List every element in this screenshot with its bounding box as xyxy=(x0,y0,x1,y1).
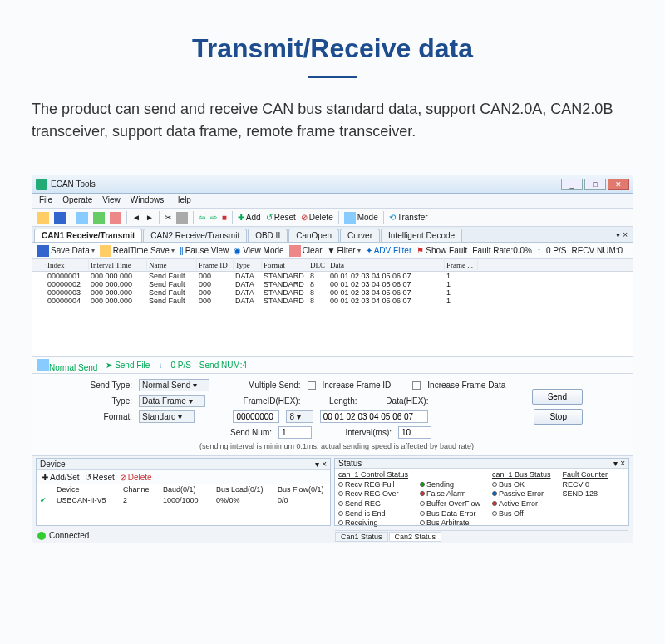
tool-prev-icon[interactable]: ◄ xyxy=(131,212,142,223)
sendtype-label: Send Type: xyxy=(82,381,132,390)
frameid-input[interactable] xyxy=(233,410,279,423)
delete-button[interactable]: ⊘Delete xyxy=(299,212,335,223)
device-pin-icon[interactable]: ▾ × xyxy=(315,460,327,469)
tool-cut-icon[interactable]: ✂ xyxy=(163,212,173,223)
stop-button[interactable]: Stop xyxy=(534,409,583,425)
tool-clear-icon[interactable] xyxy=(108,211,123,224)
tab-canopen[interactable]: CanOpen xyxy=(288,229,339,242)
send-num-label: Send NUM:4 xyxy=(200,361,247,370)
tool-out-icon[interactable]: ⇨ xyxy=(209,212,219,223)
maximize-button[interactable]: □ xyxy=(584,179,606,190)
sendnum-input[interactable] xyxy=(278,426,312,439)
main-toolbar: ◄ ► ✂ ⇦ ⇨ ■ ✚Add ↺Reset ⊘Delete Mode ⟲Tr… xyxy=(32,209,633,227)
tab-decode[interactable]: Intelligent Decode xyxy=(381,229,462,242)
menu-file[interactable]: File xyxy=(39,195,52,206)
inc-frameid-checkbox[interactable] xyxy=(308,381,316,390)
interval-label: Interval(ms): xyxy=(342,428,392,437)
frameid-label: FrameID(HEX): xyxy=(244,396,301,406)
interval-note: (sending interval is minimum 0.1ms, actu… xyxy=(82,442,591,450)
tab-can1[interactable]: CAN1 Receive/Transmit xyxy=(34,229,142,242)
grid-header: IndexInterval TimeNameFrame IDTypeFormat… xyxy=(32,259,633,272)
minimize-button[interactable]: _ xyxy=(561,179,583,190)
send-ps-label: 0 P/S xyxy=(170,361,190,370)
tool-next-icon[interactable]: ► xyxy=(144,212,155,223)
channel-tabs: CAN1 Receive/Transmit CAN2 Receive/Trans… xyxy=(32,227,633,243)
connected-icon xyxy=(37,532,46,540)
tool-group-icon[interactable] xyxy=(75,211,90,224)
ps-label: 0 P/S xyxy=(546,246,566,255)
dev-delete-button[interactable]: ⊘ Delete xyxy=(120,473,152,482)
table-row[interactable]: 00000004000 000.000Send Fault000DATASTAN… xyxy=(32,297,633,305)
status-card: Status▾ × can_1 Control Status Recv REG … xyxy=(334,458,629,526)
tab-can2[interactable]: CAN2 Receive/Transmit xyxy=(143,229,247,242)
table-row[interactable]: 00000002000 000.000Send Fault000DATASTAN… xyxy=(32,280,633,288)
tool-in-icon[interactable]: ⇦ xyxy=(197,212,207,223)
dev-reset-button[interactable]: ↺ Reset xyxy=(85,473,115,482)
show-fault-button[interactable]: ⚑Show Fault xyxy=(416,246,467,255)
table-row[interactable]: 00000003000 000.000Send Fault000DATASTAN… xyxy=(32,288,633,297)
menu-help[interactable]: Help xyxy=(174,195,191,206)
reset-button[interactable]: ↺Reset xyxy=(264,212,298,223)
dev-add-button[interactable]: ✚ Add/Set xyxy=(42,473,80,482)
page-description: The product can send and receive CAN bus… xyxy=(32,98,633,143)
sendnum-label: Send Num: xyxy=(222,428,272,437)
transfer-button[interactable]: ⟲Transfer xyxy=(387,212,430,223)
length-select[interactable]: 8 ▾ xyxy=(286,410,313,423)
arrow-down-icon: ↓ xyxy=(158,361,162,370)
arrow-up-icon: ↑ xyxy=(537,246,541,255)
tool-refresh-icon[interactable] xyxy=(91,211,106,224)
multi-label: Multiple Send: xyxy=(248,381,300,390)
menubar: File Operate View Windows Help xyxy=(32,194,633,209)
menu-windows[interactable]: Windows xyxy=(131,195,165,206)
device-card: Device▾ × ✚ Add/Set ↺ Reset ⊘ Delete Dev… xyxy=(36,458,331,526)
adv-filter-button[interactable]: ✦ ADV Filter xyxy=(366,246,412,255)
page-title: Transmit/Receive data xyxy=(32,33,633,64)
menu-view[interactable]: View xyxy=(102,195,121,206)
length-label: Length: xyxy=(307,396,357,406)
titlebar: ECAN Tools _ □ ✕ xyxy=(32,175,633,194)
title-rule xyxy=(308,76,357,78)
data-grid[interactable]: IndexInterval TimeNameFrame IDTypeFormat… xyxy=(32,259,633,357)
app-icon xyxy=(36,179,47,190)
tool-edit-icon[interactable] xyxy=(175,211,190,224)
status-pin-icon[interactable]: ▾ × xyxy=(613,459,625,468)
fault-rate-label: Fault Rate:0.0% xyxy=(472,246,532,255)
send-file-button[interactable]: ➤ Send File xyxy=(106,361,150,370)
tool-open-icon[interactable] xyxy=(36,211,51,224)
inc-frameid-label: Increase Frame ID xyxy=(323,381,392,390)
connected-label: Connected xyxy=(49,531,89,540)
device-title: Device xyxy=(40,460,66,469)
pause-view-button[interactable]: ‖Pause View xyxy=(180,246,229,255)
type-select[interactable]: Data Frame ▾ xyxy=(139,395,205,407)
tool-stop-icon[interactable]: ■ xyxy=(220,212,229,223)
can1-status-tab[interactable]: Can1 Status xyxy=(335,532,388,542)
inc-framedata-checkbox[interactable] xyxy=(412,381,421,390)
send-button[interactable]: Send xyxy=(532,389,583,405)
close-button[interactable]: ✕ xyxy=(608,179,629,190)
interval-input[interactable] xyxy=(398,426,431,439)
view-mode-button[interactable]: ◉View Mode xyxy=(234,246,283,255)
data-input[interactable] xyxy=(320,410,428,423)
menu-operate[interactable]: Operate xyxy=(62,195,92,206)
realtime-save-button[interactable]: RealTime Save▾ xyxy=(100,245,175,257)
normal-send-button[interactable]: Normal Send xyxy=(37,359,97,372)
can2-status-tab[interactable]: Can2 Status xyxy=(389,532,442,542)
transmit-panel: Send Type: Normal Send ▾ Multiple Send: … xyxy=(32,374,633,456)
clear-button[interactable]: Clear xyxy=(289,245,323,257)
save-data-button[interactable]: Save Data▾ xyxy=(37,245,95,257)
app-window: ECAN Tools _ □ ✕ File Operate View Windo… xyxy=(32,175,633,543)
tab-obd[interactable]: OBD II xyxy=(248,229,288,242)
format-label: Format: xyxy=(82,412,132,421)
type-label: Type: xyxy=(82,396,132,406)
tab-curver[interactable]: Curver xyxy=(340,229,380,242)
table-row[interactable]: 00000001000 000.000Send Fault000DATASTAN… xyxy=(32,272,633,280)
add-button[interactable]: ✚Add xyxy=(236,212,263,223)
recv-num-label: RECV NUM:0 xyxy=(571,246,623,255)
tool-save-icon[interactable] xyxy=(52,211,67,224)
tabs-options-icon[interactable]: ▾ × xyxy=(611,229,633,242)
format-select[interactable]: Standard ▾ xyxy=(139,410,195,423)
mode-button[interactable]: Mode xyxy=(342,211,380,224)
filter-button[interactable]: ▼Filter▾ xyxy=(328,246,361,255)
device-row[interactable]: ✔ USBCAN-II-V5 2 1000/1000 0%/0% 0/0 xyxy=(40,496,327,504)
sendtype-select[interactable]: Normal Send ▾ xyxy=(139,379,209,391)
